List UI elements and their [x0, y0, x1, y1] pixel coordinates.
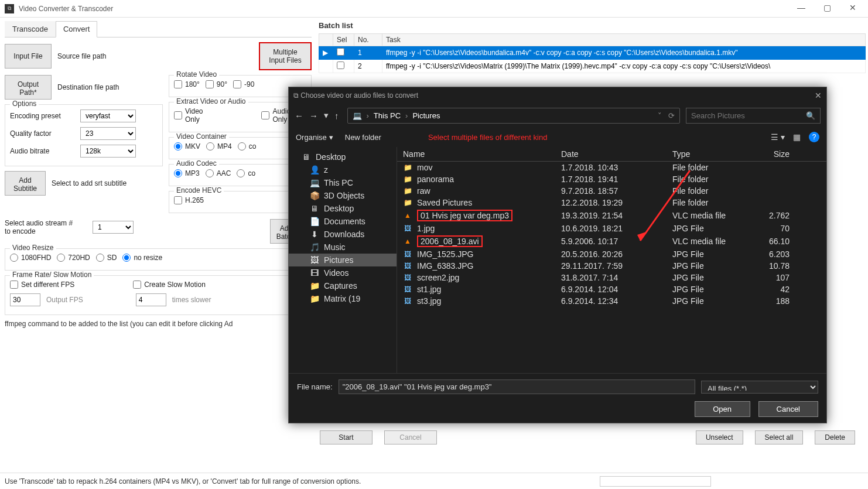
nav-back-button[interactable]: ←: [295, 111, 303, 121]
add-subtitle-button[interactable]: Add Subtitle: [5, 171, 46, 196]
rotate-180-checkbox[interactable]: 180°: [174, 80, 200, 88]
aac-radio[interactable]: AAC: [206, 169, 231, 177]
slow-input[interactable]: [136, 293, 166, 306]
audio-bitrate-label: Audio bitrate: [10, 147, 74, 155]
subtitle-label: Select to add srt subtitle: [52, 179, 128, 187]
resize-720-radio[interactable]: 720HD: [57, 254, 90, 262]
file-list: Name Date Type Size 📁mov1.7.2018. 10:43F…: [397, 147, 826, 373]
mkv-radio[interactable]: MKV: [174, 142, 200, 151]
audio-stream-label: Select audio stream # to encode: [5, 219, 87, 235]
tree-item[interactable]: 📁Captures: [289, 279, 397, 292]
selectall-button[interactable]: Select all: [755, 430, 804, 444]
output-path-button[interactable]: Output Path*: [5, 75, 52, 100]
left-pane: Transcode Convert Input File Source file…: [0, 18, 316, 471]
dialog-open-button[interactable]: Open: [695, 401, 750, 417]
slow-motion-checkbox[interactable]: Create Slow Motion: [133, 281, 206, 289]
table-row[interactable]: ▶1ffmpeg -y -i "C:\Users\z\Videos\bundal…: [319, 46, 866, 60]
mp4-radio[interactable]: MP4: [206, 142, 232, 151]
col-date[interactable]: Date: [561, 149, 672, 159]
view-mode-button[interactable]: ☰ ▾: [771, 132, 785, 142]
filename-label: File name:: [297, 382, 333, 391]
folder-tree[interactable]: 🖥Desktop👤z💻This PC📦3D Objects🖥Desktop📄Do…: [289, 147, 397, 373]
tree-item[interactable]: 🎞Videos: [289, 266, 397, 279]
h265-checkbox[interactable]: H.265: [174, 196, 204, 204]
preview-pane-button[interactable]: ▦: [793, 132, 801, 142]
mp3-radio[interactable]: MP3: [174, 169, 200, 177]
nav-dropdown-button[interactable]: ▾: [324, 110, 329, 121]
col-size[interactable]: Size: [760, 149, 795, 159]
new-folder-button[interactable]: New folder: [345, 133, 381, 142]
list-item[interactable]: ▲01 Hvis jeg var deg.mp319.3.2019. 21:54…: [397, 208, 826, 223]
vc-co-radio[interactable]: co: [238, 142, 257, 151]
start-button[interactable]: Start: [320, 430, 373, 444]
list-item[interactable]: 🖼st1.jpg6.9.2014. 12:04JPG File42: [397, 283, 826, 295]
cancel-button[interactable]: Cancel: [384, 430, 437, 444]
tree-item[interactable]: 👤z: [289, 163, 397, 176]
list-item[interactable]: ▲2006_08_19.avi5.9.2006. 10:17VLC media …: [397, 234, 826, 248]
help-icon[interactable]: ?: [809, 132, 819, 142]
path-breadcrumb[interactable]: 💻› This PC› Pictures ˅ ⟳: [347, 108, 681, 124]
tree-item[interactable]: 🖼Pictures: [289, 254, 397, 266]
organise-menu[interactable]: Organise ▾: [296, 133, 333, 142]
dialog-cancel-button[interactable]: Cancel: [758, 401, 818, 417]
tree-item[interactable]: 🎵Music: [289, 241, 397, 254]
tree-item[interactable]: 📦3D Objects: [289, 189, 397, 202]
col-type[interactable]: Type: [672, 149, 760, 159]
audio-stream-select[interactable]: 1: [93, 221, 134, 234]
delete-button[interactable]: Delete: [815, 430, 855, 444]
list-item[interactable]: 📁mov1.7.2018. 10:43File folder: [397, 162, 826, 173]
tree-item[interactable]: 📄Documents: [289, 215, 397, 228]
resize-1080-radio[interactable]: 1080FHD: [10, 254, 51, 262]
resize-group: Video Resize 1080FHD 720HD SD no resize: [5, 248, 312, 271]
tab-transcode[interactable]: Transcode: [5, 21, 56, 37]
resize-none-radio[interactable]: no resize: [122, 254, 162, 262]
quality-factor-select[interactable]: 23: [80, 127, 136, 140]
list-item[interactable]: 🖼IMG_1525.JPG20.5.2016. 20:26JPG File6.2…: [397, 248, 826, 260]
tree-item[interactable]: 📁Matrix (19: [289, 292, 397, 305]
file-filter-select[interactable]: All files (*.*): [701, 381, 818, 394]
batch-table: Sel No. Task ▶1ffmpeg -y -i "C:\Users\z\…: [319, 33, 866, 73]
audio-only-checkbox[interactable]: Audio Only: [261, 107, 291, 124]
list-item[interactable]: 🖼1.jpg10.6.2019. 18:21JPG File70: [397, 223, 826, 234]
tree-item[interactable]: 🖥Desktop: [289, 202, 397, 215]
dialog-close-button[interactable]: ✕: [815, 91, 822, 100]
close-button[interactable]: ✕: [847, 3, 859, 15]
table-row[interactable]: 2ffmpeg -y -i "C:\Users\z\Videos\Matrix …: [319, 60, 866, 73]
pc-icon: 💻: [353, 111, 362, 120]
video-only-checkbox[interactable]: Video Only: [174, 107, 203, 124]
filename-input[interactable]: [339, 379, 695, 394]
tree-item[interactable]: ⬇Downloads: [289, 228, 397, 241]
set-fps-checkbox[interactable]: Set different FPS: [10, 281, 74, 289]
search-box[interactable]: 🔍: [686, 108, 821, 124]
col-name[interactable]: Name: [397, 149, 561, 159]
list-item[interactable]: 📁panorama1.7.2018. 19:41File folder: [397, 173, 826, 185]
tree-item[interactable]: 💻This PC: [289, 176, 397, 189]
rotate-m90-checkbox[interactable]: -90: [233, 80, 254, 88]
tab-convert[interactable]: Convert: [56, 21, 98, 37]
app-icon: ⧉: [5, 4, 14, 13]
col-sel[interactable]: Sel: [333, 34, 354, 46]
unselect-button[interactable]: Unselect: [696, 430, 743, 444]
encoding-preset-select[interactable]: veryfast: [80, 110, 136, 122]
nav-up-button[interactable]: ↑: [334, 111, 339, 121]
list-item[interactable]: 🖼IMG_6383.JPG29.11.2017. 7:59JPG File10.…: [397, 260, 826, 272]
col-no[interactable]: No.: [354, 34, 382, 46]
tree-item[interactable]: 🖥Desktop: [289, 151, 397, 163]
list-item[interactable]: 🖼screen2.jpg31.8.2017. 7:14JPG File107: [397, 272, 826, 283]
col-task[interactable]: Task: [382, 34, 866, 46]
resize-sd-radio[interactable]: SD: [96, 254, 117, 262]
maximize-button[interactable]: ▢: [821, 3, 833, 15]
fps-input[interactable]: [10, 293, 40, 306]
list-item[interactable]: 📁Saved Pictures12.2.2018. 19:29File fold…: [397, 197, 826, 208]
multiple-input-files-button[interactable]: Multiple Input Files: [259, 42, 312, 70]
list-item[interactable]: 🖼st3.jpg6.9.2014. 12:34JPG File188: [397, 295, 826, 307]
ac-co-radio[interactable]: co: [237, 169, 255, 177]
input-file-button[interactable]: Input File: [5, 44, 52, 69]
minimize-button[interactable]: —: [795, 3, 807, 15]
search-input[interactable]: [691, 111, 801, 120]
rotate-90-checkbox[interactable]: 90°: [206, 80, 227, 88]
list-item[interactable]: 📁raw9.7.2018. 18:57File folder: [397, 185, 826, 197]
dialog-icon: ⧉: [293, 91, 299, 100]
audio-bitrate-select[interactable]: 128k: [80, 145, 136, 158]
nav-forward-button[interactable]: →: [309, 111, 318, 121]
